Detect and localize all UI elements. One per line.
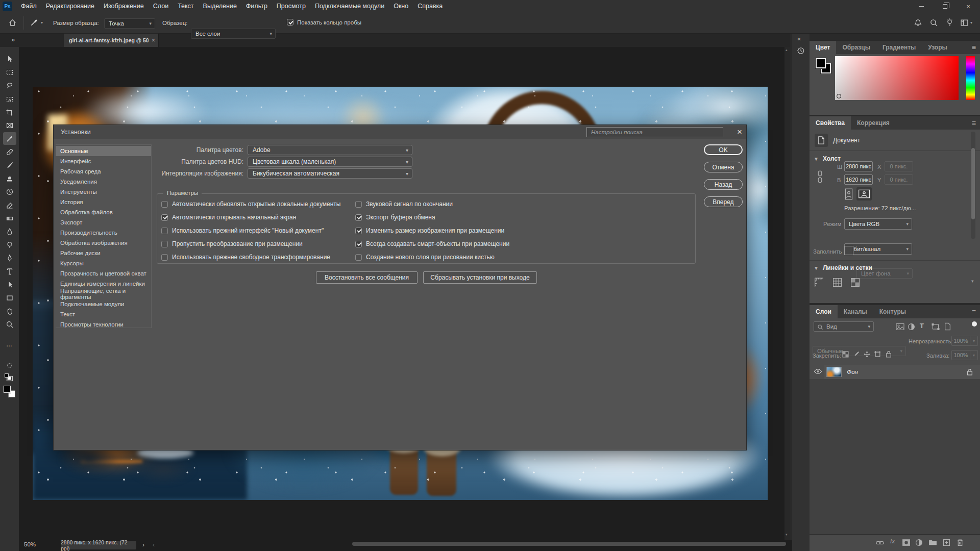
dodge-tool[interactable] [3,238,16,251]
path-selection-tool[interactable] [3,278,16,291]
section-scratch-disks[interactable]: Рабочие диски [56,248,151,258]
filter-shape-layers-icon[interactable] [932,323,940,331]
crop-tool[interactable] [3,106,16,118]
lasso-tool[interactable] [3,79,16,92]
pen-tool[interactable] [3,252,16,264]
section-image-processing[interactable]: Обработка изображения [56,238,151,248]
layer-thumbnail[interactable] [826,367,842,377]
always-create-smart-objects-checkbox[interactable] [355,241,362,247]
lock-transparency-icon[interactable] [842,351,849,358]
tab-gradients[interactable]: Градиенты [876,41,922,54]
filter-type-layers-icon[interactable]: T [920,322,924,330]
tab-properties[interactable]: Свойства [810,116,851,130]
marquee-tool[interactable] [3,66,16,79]
fill-color-swatch[interactable] [844,246,853,255]
hud-color-picker-select[interactable]: Цветовая шкала (маленькая) [248,157,412,167]
section-type[interactable]: Текст [56,309,151,319]
toolbar-expand-icon[interactable]: » [11,36,15,43]
color-field-marker[interactable] [837,94,841,98]
section-performance[interactable]: Производительность [56,228,151,238]
menu-plugins[interactable]: Подключаемые модули [310,0,389,12]
grid-toggle-icon[interactable] [832,278,842,287]
lock-position-icon[interactable] [864,351,870,358]
document-tab[interactable]: girl-ai-art-fantsy-kfzh.jpeg @ 50% (RGB/… [64,34,159,47]
prev-button[interactable]: Назад [704,179,743,190]
filter-pixel-layers-icon[interactable] [896,323,904,331]
filter-smart-objects-icon[interactable] [944,322,951,331]
panel-menu-icon[interactable]: ≡ [972,308,976,316]
new-layer-when-painting-checkbox[interactable] [355,254,362,261]
healing-brush-tool[interactable] [3,145,16,158]
menu-image[interactable]: Изображение [99,0,149,12]
bit-depth-select[interactable]: 8 бит/канал [844,243,912,255]
menu-filter[interactable]: Фильтр [241,0,272,12]
rulers-toggle-icon[interactable] [814,278,824,287]
add-layer-mask-icon[interactable] [902,539,911,546]
default-colors-icon[interactable] [4,373,14,382]
window-minimize-button[interactable] [910,0,933,12]
gradient-tool[interactable] [3,212,16,224]
type-tool[interactable] [3,265,16,278]
foreground-background-swatches[interactable] [3,385,17,400]
lock-artboard-icon[interactable] [874,351,881,358]
link-dimensions-icon[interactable] [817,170,823,184]
home-button[interactable] [8,18,17,27]
rulers-grids-section-header[interactable]: ▼ Линейки и сетки [814,264,872,271]
scroll-down-icon[interactable]: ▾ [786,533,788,537]
landscape-orientation-button[interactable] [856,187,872,201]
hand-tool[interactable] [3,305,16,317]
link-layers-icon[interactable] [876,539,884,546]
menu-help[interactable]: Справка [413,0,447,12]
menu-view[interactable]: Просмотр [272,0,310,12]
hue-slider[interactable] [966,56,975,100]
tab-color[interactable]: Цвет [810,41,836,54]
layer-style-icon[interactable]: fx [890,538,895,545]
filter-toggle[interactable] [972,321,977,327]
sample-size-select[interactable]: Точка [104,18,155,29]
menu-edit[interactable]: Редактирование [41,0,99,12]
canvas-width-field[interactable]: 2880 пикс [844,161,873,171]
export-clipboard-checkbox[interactable] [355,214,362,221]
ok-button[interactable]: OK [704,144,743,155]
notifications-button[interactable] [914,18,922,27]
color-picker-select[interactable]: Adobe [248,145,412,155]
layer-filter-select[interactable]: Вид [814,321,874,332]
brush-tool[interactable] [3,159,16,171]
menu-window[interactable]: Окно [389,0,413,12]
scroll-up-icon[interactable]: ▴ [786,48,788,52]
object-selection-tool[interactable] [3,92,16,105]
lock-all-icon[interactable] [886,350,892,358]
filter-adjustment-layers-icon[interactable] [908,323,915,331]
document-info-field[interactable]: 2880 пикс. x 1620 пикс. (72 ppi) [61,541,136,549]
new-layer-icon[interactable] [943,539,950,546]
eyedropper-preset-button[interactable]: ▾ [30,18,43,27]
dialog-close-button[interactable]: × [733,126,746,138]
next-button[interactable]: Вперед [704,196,743,207]
zoom-level-field[interactable]: 50% [24,541,36,547]
sample-source-select[interactable]: Все слои [191,29,276,39]
transparency-toggle-icon[interactable] [850,278,860,287]
menu-layers[interactable]: Слои [149,0,173,12]
color-saturation-field[interactable] [835,56,959,100]
resize-image-during-place-checkbox[interactable] [355,228,362,234]
tab-paths[interactable]: Контуры [873,305,912,318]
status-expand-icon[interactable]: › [142,541,144,548]
section-notifications[interactable]: Уведомления [56,177,151,187]
discover-button[interactable] [945,18,954,27]
beep-when-done-checkbox[interactable] [355,201,362,208]
history-panel-icon[interactable] [796,46,805,55]
history-brush-tool[interactable] [3,185,16,198]
zoom-tool[interactable] [3,318,16,331]
tab-close-icon[interactable]: × [152,37,155,44]
auto-update-open-documents-checkbox[interactable] [161,201,168,208]
section-technology-previews[interactable]: Просмотры технологии [56,319,151,330]
search-button[interactable] [929,18,938,27]
move-tool[interactable] [3,53,16,65]
new-group-icon[interactable] [928,539,937,546]
skip-transform-when-placing-checkbox[interactable] [161,241,168,247]
legacy-free-transform-checkbox[interactable] [161,254,168,261]
properties-scrollbar[interactable] [971,132,975,239]
delete-layer-icon[interactable] [957,539,964,546]
image-interpolation-select[interactable]: Бикубическая автоматическая [248,168,412,179]
canvas-height-field[interactable]: 1620 пикс [844,174,873,185]
